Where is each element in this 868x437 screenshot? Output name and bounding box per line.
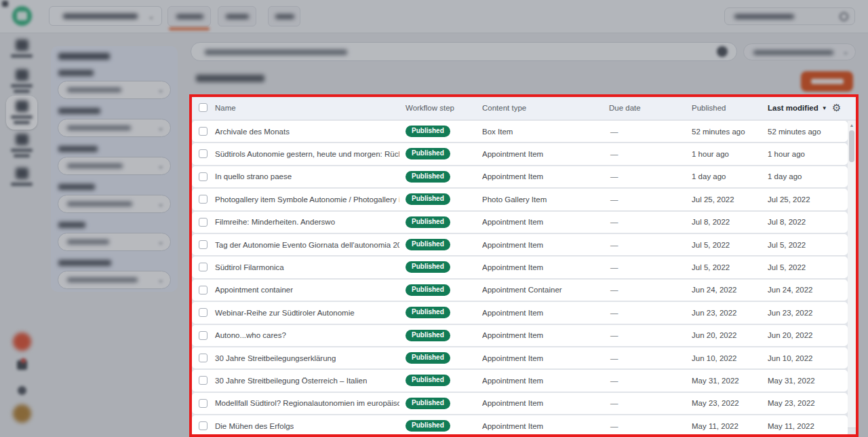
- content-type-cell: Appointment Item: [482, 218, 543, 226]
- column-header-last-modified[interactable]: Last modified▼: [768, 104, 827, 112]
- sort-desc-icon: ▼: [822, 105, 827, 111]
- search-icon: [840, 12, 848, 21]
- column-settings-gear-icon[interactable]: ⚙: [832, 102, 841, 113]
- tab-second[interactable]: [218, 6, 256, 26]
- sidebar-item-4[interactable]: [0, 134, 43, 157]
- row-checkbox[interactable]: [199, 127, 208, 136]
- tab-content[interactable]: [167, 6, 211, 26]
- due-date-cell: —: [610, 128, 618, 136]
- table-row[interactable]: Südtirol FilarmonicaPublishedAppointment…: [192, 256, 848, 278]
- item-name[interactable]: Die Mühen des Erfolgs: [215, 422, 294, 430]
- row-checkbox[interactable]: [199, 195, 208, 204]
- table-scrollbar[interactable]: ▲: [848, 121, 856, 434]
- table-row[interactable]: Modellfall Südtirol? Regionalautonomien …: [192, 393, 848, 414]
- table-row[interactable]: Webinar-Reihe zur Südtiroler AutonomiePu…: [192, 302, 848, 323]
- sidebar-item-2[interactable]: [0, 69, 43, 93]
- filter-select-5[interactable]: ⌄: [58, 233, 171, 251]
- version-filter-dropdown[interactable]: ⌄: [743, 43, 856, 60]
- user-avatar[interactable]: [13, 404, 31, 423]
- tab-third[interactable]: [268, 6, 300, 26]
- sidebar-icon-1: [16, 39, 28, 51]
- last-modified-cell: May 11, 2022: [768, 422, 814, 430]
- content-type-cell: Appointment Item: [482, 150, 543, 158]
- filter-select-3[interactable]: ⌄: [58, 157, 171, 175]
- filter-select-6[interactable]: ⌄: [58, 271, 171, 289]
- item-name[interactable]: Appointment container: [215, 286, 293, 294]
- content-search-input[interactable]: [191, 42, 737, 61]
- table-row[interactable]: Südtirols Autonomie gestern, heute und m…: [192, 143, 848, 164]
- table-row[interactable]: Tag der Autonomie Evento Giornata dell'a…: [192, 234, 848, 255]
- item-name[interactable]: Filmreihe: Minderheiten. Anderswo: [215, 218, 335, 226]
- table-row[interactable]: Autono...who cares?PublishedAppointment …: [192, 325, 848, 346]
- scrollbar-up-arrow-icon[interactable]: ▲: [848, 123, 856, 128]
- table-row[interactable]: 30 Jahre Streitbeilegung Österreich – It…: [192, 370, 848, 391]
- last-modified-cell: 1 hour ago: [768, 150, 805, 158]
- item-name[interactable]: Südtirols Autonomie gestern, heute und m…: [215, 150, 399, 158]
- row-checkbox[interactable]: [199, 263, 208, 271]
- sidebar-item-5[interactable]: [0, 168, 43, 186]
- item-name[interactable]: Südtirol Filarmonica: [215, 263, 284, 271]
- row-checkbox[interactable]: [199, 218, 208, 227]
- table-row[interactable]: Photogallery item Symbole Autonomie / Ph…: [192, 189, 848, 210]
- table-row[interactable]: Appointment containerPublishedAppointmen…: [192, 280, 848, 301]
- item-name[interactable]: 30 Jahre Streitbeilegungserklärung: [215, 354, 336, 362]
- last-modified-cell: Jul 25, 2022: [768, 195, 810, 204]
- item-name[interactable]: Autono...who cares?: [215, 331, 286, 339]
- filter-select-1[interactable]: ⌄: [58, 81, 171, 99]
- top-search-input[interactable]: [724, 7, 855, 25]
- row-checkbox[interactable]: [199, 354, 208, 362]
- item-name[interactable]: Tag der Autonomie Evento Giornata dell'a…: [215, 241, 399, 249]
- row-checkbox[interactable]: [199, 331, 208, 340]
- search-filter-icon[interactable]: [717, 46, 728, 57]
- help-button[interactable]: [13, 332, 31, 351]
- sidebar-item-3-active[interactable]: [0, 100, 43, 124]
- row-checkbox[interactable]: [199, 421, 208, 430]
- filter-select-2[interactable]: ⌄: [58, 119, 171, 137]
- column-header-name[interactable]: Name: [215, 104, 236, 112]
- window-corner-artifact: [2, 1, 8, 7]
- table-row[interactable]: Filmreihe: Minderheiten. AnderswoPublish…: [192, 212, 848, 233]
- published-cell: Jul 25, 2022: [692, 195, 734, 204]
- column-header-published[interactable]: Published: [692, 104, 726, 112]
- item-name[interactable]: 30 Jahre Streitbeilegung Österreich – It…: [215, 377, 367, 385]
- item-name[interactable]: Modellfall Südtirol? Regionalautonomien …: [215, 399, 399, 407]
- row-checkbox[interactable]: [199, 376, 208, 385]
- settings-gear-icon[interactable]: [18, 386, 26, 395]
- item-name[interactable]: Archivale des Monats: [215, 128, 290, 136]
- app-logo-icon[interactable]: [12, 6, 32, 26]
- table-row[interactable]: Die Mühen des ErfolgsPublishedAppointmen…: [192, 415, 848, 434]
- table-row[interactable]: In quello strano paesePublishedAppointme…: [192, 166, 848, 187]
- row-checkbox[interactable]: [199, 286, 208, 294]
- row-checkbox[interactable]: [199, 399, 208, 408]
- column-header-workflow-step[interactable]: Workflow step: [406, 104, 454, 112]
- scrollbar-thumb[interactable]: [849, 130, 854, 162]
- workflow-status-badge: Published: [406, 193, 450, 205]
- table-row[interactable]: Archivale des MonatsPublishedBox Item—52…: [192, 121, 848, 142]
- project-selector[interactable]: ⌄: [49, 6, 162, 26]
- published-cell: Jul 5, 2022: [692, 241, 730, 249]
- select-all-checkbox[interactable]: [199, 103, 208, 112]
- filter-select-4[interactable]: ⌄: [58, 195, 171, 213]
- sidebar-item-1[interactable]: [0, 39, 43, 58]
- sidebar-icon-2: [16, 69, 28, 81]
- workflow-status-badge: Published: [406, 239, 450, 250]
- scrollbar-down-button[interactable]: [848, 428, 856, 434]
- content-type-cell: Appointment Item: [482, 377, 543, 385]
- last-modified-cell: Jul 8, 2022: [768, 218, 806, 226]
- due-date-cell: —: [610, 218, 618, 226]
- row-checkbox[interactable]: [199, 240, 208, 249]
- table-row[interactable]: 30 Jahre StreitbeilegungserklärungPublis…: [192, 347, 848, 368]
- item-name[interactable]: In quello strano paese: [215, 172, 292, 180]
- row-checkbox[interactable]: [199, 308, 208, 317]
- chevron-down-icon: ⌄: [148, 12, 155, 20]
- create-new-button[interactable]: [801, 71, 853, 92]
- column-header-content-type[interactable]: Content type: [482, 104, 526, 112]
- filter-label-3: [58, 146, 98, 152]
- last-modified-cell: 52 minutes ago: [768, 128, 821, 136]
- item-name[interactable]: Webinar-Reihe zur Südtiroler Autonomie: [215, 309, 355, 317]
- column-header-due-date[interactable]: Due date: [609, 104, 641, 112]
- row-checkbox[interactable]: [199, 149, 208, 158]
- item-name[interactable]: Photogallery item Symbole Autonomie / Ph…: [215, 195, 399, 204]
- row-checkbox[interactable]: [199, 172, 208, 181]
- due-date-cell: —: [610, 399, 618, 407]
